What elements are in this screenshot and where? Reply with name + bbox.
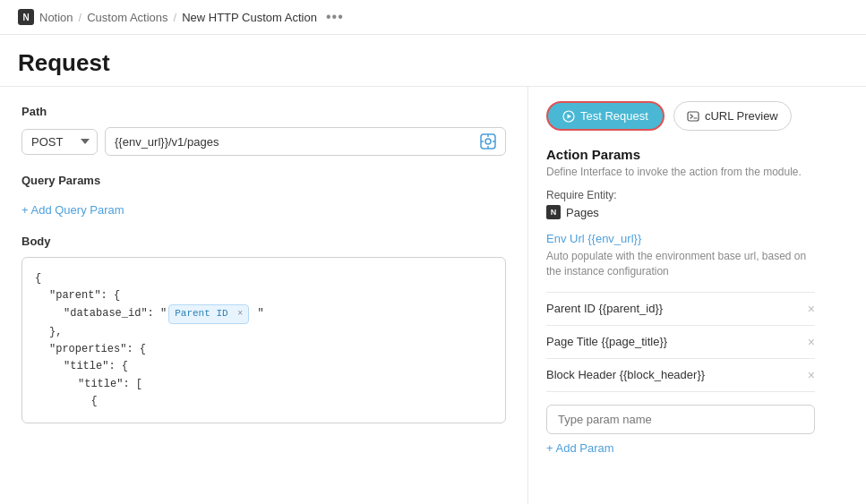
- method-select[interactable]: POST GET PUT PATCH DELETE: [21, 129, 98, 155]
- curl-preview-button[interactable]: cURL Preview: [673, 101, 792, 131]
- left-panel: Path POST GET PUT PATCH DELETE: [0, 87, 528, 504]
- test-request-button[interactable]: Test Request: [546, 101, 665, 131]
- breadcrumb: N Notion / Custom Actions / New HTTP Cus…: [0, 0, 866, 35]
- add-param-link[interactable]: + Add Param: [546, 441, 614, 455]
- path-row: POST GET PUT PATCH DELETE: [21, 127, 506, 156]
- tag-close-icon[interactable]: ×: [237, 307, 243, 321]
- terminal-icon: [687, 110, 699, 123]
- param-close-1[interactable]: ×: [808, 335, 815, 349]
- entity-name: Pages: [566, 206, 599, 219]
- add-param-input[interactable]: [546, 405, 815, 434]
- right-panel: Test Request cURL Preview Action Params …: [528, 87, 833, 504]
- entity-row: N Pages: [546, 205, 815, 219]
- env-url-desc: Auto populate with the environment base …: [546, 249, 815, 279]
- param-close-0[interactable]: ×: [808, 302, 815, 316]
- query-params-section: Query Params + Add Query Param: [21, 174, 506, 217]
- param-row-0: Parent ID {{parent_id}} ×: [546, 293, 815, 326]
- action-params-desc: Define Interface to invoke the action fr…: [546, 166, 815, 178]
- path-input-wrapper: [105, 127, 506, 156]
- action-params-title: Action Params: [546, 147, 815, 162]
- page-title: Request: [0, 35, 866, 87]
- svg-point-1: [485, 139, 491, 144]
- breadcrumb-custom-actions[interactable]: Custom Actions: [87, 11, 167, 24]
- svg-marker-7: [568, 114, 572, 118]
- code-editor[interactable]: { "parent": { "database_id": "Parent ID …: [21, 257, 506, 423]
- breadcrumb-sep-1: /: [79, 11, 82, 24]
- breadcrumb-current: New HTTP Custom Action: [182, 11, 317, 24]
- param-row-2: Block Header {{block_header}} ×: [546, 359, 815, 392]
- path-settings-icon[interactable]: [480, 133, 496, 149]
- parent-id-tag[interactable]: Parent ID ×: [168, 304, 249, 324]
- param-name-1: Page Title {{page_title}}: [546, 335, 667, 348]
- require-entity-label: Require Entity:: [546, 189, 815, 201]
- main-layout: Path POST GET PUT PATCH DELETE: [0, 87, 866, 504]
- env-url-link[interactable]: Env Url {{env_url}}: [546, 232, 815, 245]
- notion-icon: N: [18, 9, 34, 25]
- param-name-0: Parent ID {{parent_id}}: [546, 302, 663, 315]
- breadcrumb-notion[interactable]: Notion: [39, 11, 73, 24]
- path-input[interactable]: [115, 135, 475, 149]
- path-label: Path: [21, 105, 506, 118]
- entity-icon: N: [546, 205, 561, 219]
- breadcrumb-sep-2: /: [174, 11, 177, 24]
- add-query-param-link[interactable]: + Add Query Param: [21, 203, 124, 217]
- param-name-2: Block Header {{block_header}}: [546, 368, 705, 381]
- body-label: Body: [21, 235, 506, 248]
- param-row-1: Page Title {{page_title}} ×: [546, 326, 815, 359]
- param-close-2[interactable]: ×: [808, 368, 815, 382]
- query-params-label: Query Params: [21, 174, 506, 187]
- more-options-button[interactable]: •••: [326, 9, 344, 25]
- body-section: Body { "parent": { "database_id": "Paren…: [21, 235, 506, 423]
- right-top-buttons: Test Request cURL Preview: [546, 101, 815, 131]
- play-icon: [562, 110, 575, 123]
